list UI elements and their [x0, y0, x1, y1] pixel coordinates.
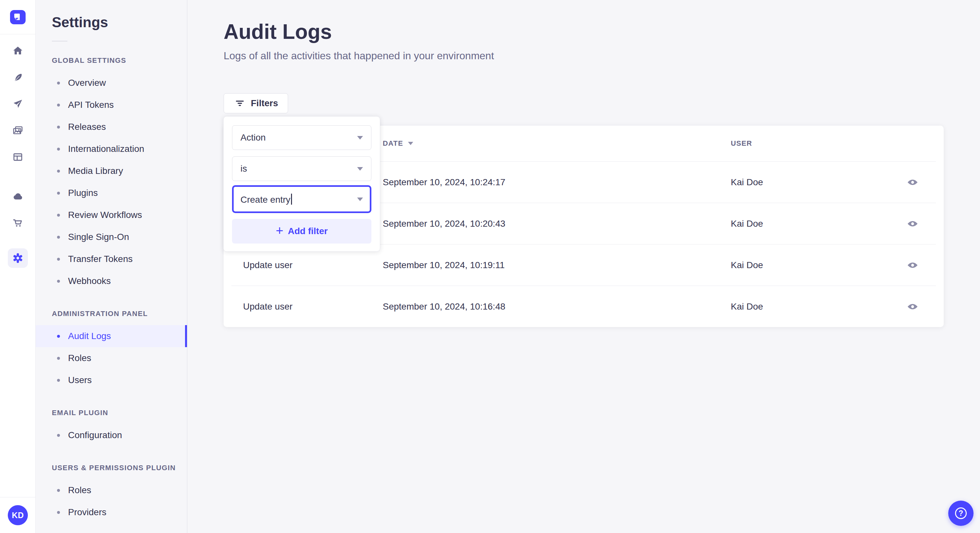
sidebar-item-internationalization[interactable]: Internationalization: [36, 138, 187, 160]
app-icon-rail: KD: [0, 0, 36, 533]
page-subtitle: Logs of all the activities that happened…: [224, 49, 944, 62]
sidebar-item-admin-users[interactable]: Users: [36, 369, 187, 391]
chevron-down-icon: [357, 167, 363, 171]
sidebar-item-providers[interactable]: Providers: [36, 501, 187, 523]
photos-icon[interactable]: [0, 117, 36, 144]
gear-icon: [8, 248, 28, 268]
sidebar-item-releases[interactable]: Releases: [36, 116, 187, 138]
bullet-icon: [57, 357, 60, 360]
sidebar-item-api-tokens[interactable]: API Tokens: [36, 94, 187, 116]
cart-icon[interactable]: [0, 210, 36, 236]
filters-button[interactable]: Filters: [224, 93, 288, 113]
cell-action: Update user: [243, 260, 383, 270]
bullet-icon: [57, 335, 60, 338]
sidebar-item-media-library[interactable]: Media Library: [36, 160, 187, 182]
filter-icon: [234, 97, 246, 109]
settings-rail-item[interactable]: [0, 245, 36, 271]
sidebar-item-plugins[interactable]: Plugins: [36, 182, 187, 204]
sidebar-item-up-roles[interactable]: Roles: [36, 479, 187, 501]
cloud-icon[interactable]: [0, 183, 36, 210]
column-header-date[interactable]: DATE: [383, 139, 731, 148]
table-row[interactable]: Update user September 10, 2024, 10:16:48…: [224, 286, 944, 327]
eye-icon: [905, 258, 920, 272]
sidebar-item-single-sign-on[interactable]: Single Sign-On: [36, 226, 187, 248]
layout-icon[interactable]: [0, 144, 36, 170]
avatar[interactable]: KD: [8, 505, 28, 525]
column-header-user: USER: [731, 139, 898, 148]
cell-user: Kai Doe: [731, 219, 898, 229]
plus-icon: +: [276, 224, 283, 237]
logo-area: [0, 0, 35, 34]
cell-user: Kai Doe: [731, 177, 898, 187]
bullet-icon: [57, 170, 60, 173]
sidebar-item-audit-logs[interactable]: Audit Logs: [36, 325, 187, 347]
bullet-icon: [57, 379, 60, 382]
filter-field-select[interactable]: Action: [232, 125, 371, 150]
filter-popover: Action is Create entry + Add filter: [223, 116, 380, 252]
sort-desc-icon: [408, 142, 413, 145]
cell-date: September 10, 2024, 10:24:17: [383, 177, 731, 187]
bullet-icon: [57, 236, 60, 239]
eye-icon: [905, 300, 920, 314]
sidebar-divider: [52, 41, 67, 41]
sidebar-item-transfer-tokens[interactable]: Transfer Tokens: [36, 248, 187, 270]
sidebar-item-overview[interactable]: Overview: [36, 72, 187, 94]
home-icon[interactable]: [0, 38, 36, 64]
section-label-global-settings: GLOBAL SETTINGS: [52, 56, 187, 65]
filter-value-combobox[interactable]: Create entry: [232, 185, 371, 213]
text-cursor: [291, 194, 292, 205]
eye-icon: [905, 217, 920, 231]
strapi-logo-icon[interactable]: [10, 10, 25, 24]
bullet-icon: [57, 280, 60, 283]
cell-action: Update user: [243, 301, 383, 312]
bullet-icon: [57, 125, 60, 128]
chevron-down-icon: [357, 198, 363, 201]
bullet-icon: [57, 148, 60, 151]
bullet-icon: [57, 192, 60, 195]
view-log-button[interactable]: [901, 171, 924, 194]
view-log-button[interactable]: [901, 254, 924, 277]
main-content: Audit Logs Logs of all the activities th…: [187, 0, 980, 533]
section-label-administration-panel: ADMINISTRATION PANEL: [52, 309, 187, 318]
cell-user: Kai Doe: [731, 301, 898, 312]
page-title: Audit Logs: [224, 20, 944, 43]
cell-date: September 10, 2024, 10:19:11: [383, 260, 731, 270]
sidebar-item-configuration[interactable]: Configuration: [36, 424, 187, 446]
sidebar-title: Settings: [52, 14, 187, 30]
bullet-icon: [57, 258, 60, 261]
help-button[interactable]: ?: [948, 501, 974, 526]
settings-sidebar: Settings GLOBAL SETTINGS Overview API To…: [36, 0, 187, 533]
cell-user: Kai Doe: [731, 260, 898, 270]
filter-operator-select[interactable]: is: [232, 156, 371, 181]
chevron-down-icon: [357, 136, 363, 140]
section-label-email-plugin: EMAIL PLUGIN: [52, 409, 187, 417]
add-filter-button[interactable]: + Add filter: [232, 219, 371, 244]
bullet-icon: [57, 104, 60, 106]
feather-icon[interactable]: [0, 64, 36, 90]
sidebar-item-admin-roles[interactable]: Roles: [36, 347, 187, 369]
eye-icon: [905, 175, 920, 189]
sidebar-item-webhooks[interactable]: Webhooks: [36, 270, 187, 292]
cell-date: September 10, 2024, 10:20:43: [383, 219, 731, 229]
question-mark-icon: ?: [955, 508, 967, 519]
sidebar-item-review-workflows[interactable]: Review Workflows: [36, 204, 187, 226]
bullet-icon: [57, 511, 60, 514]
bullet-icon: [57, 434, 60, 437]
paper-plane-icon[interactable]: [0, 90, 36, 117]
view-log-button[interactable]: [901, 212, 924, 235]
bullet-icon: [57, 214, 60, 217]
view-log-button[interactable]: [901, 295, 924, 318]
bullet-icon: [57, 82, 60, 84]
bullet-icon: [57, 489, 60, 492]
cell-date: September 10, 2024, 10:16:48: [383, 301, 731, 312]
section-label-users-permissions-plugin: USERS & PERMISSIONS PLUGIN: [52, 464, 187, 472]
